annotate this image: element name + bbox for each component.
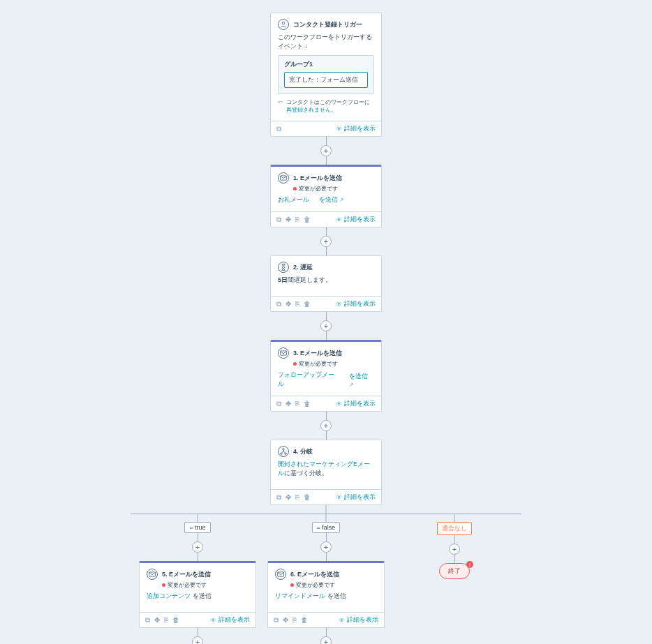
move-icon[interactable]: ✥ (283, 617, 288, 624)
delete-icon[interactable]: 🗑 (172, 617, 179, 624)
step-4-details[interactable]: 詳細を表示 (336, 493, 376, 502)
trigger-details-link[interactable]: 詳細を表示 (336, 124, 376, 133)
copy-icon[interactable]: ⧉ (274, 617, 279, 624)
svg-point-5 (285, 453, 287, 455)
add-step-button[interactable]: + (449, 544, 460, 555)
step-3-warn: 変更が必要です (293, 360, 374, 368)
clipboard-icon[interactable]: ⎘ (295, 400, 299, 407)
step-4-body: 開封されたマーケティングEメールに基づく分岐。 (278, 460, 374, 478)
group-criteria[interactable]: 完了した：フォーム送信 (284, 72, 368, 88)
svg-point-4 (281, 453, 283, 455)
move-icon[interactable]: ✥ (286, 400, 291, 407)
step-6-email-link[interactable]: リマインドメール (275, 592, 325, 599)
copy-icon[interactable]: ⧉ (276, 494, 281, 501)
clipboard-icon[interactable]: ⎘ (295, 301, 299, 308)
delete-icon[interactable]: 🗑 (304, 494, 311, 501)
reenroll-link[interactable]: 再登録されません (286, 107, 331, 113)
step-4-title: 4. 分岐 (293, 447, 313, 456)
add-step-button[interactable]: + (320, 420, 332, 431)
svg-rect-7 (278, 572, 284, 576)
step-6-warn: 変更が必要です (290, 581, 377, 589)
step-1-details[interactable]: 詳細を表示 (336, 215, 376, 224)
clipboard-icon[interactable]: ⎘ (292, 617, 297, 624)
warning-badge: ! (466, 561, 473, 568)
step-2-body: 5日間遅延します。 (278, 276, 374, 285)
branch-nomatch: 適合なし + 終了 ! (394, 522, 514, 644)
svg-point-0 (282, 22, 285, 24)
copy-icon[interactable]: ⧉ (276, 216, 281, 223)
copy-icon[interactable]: ⧉ (276, 301, 281, 308)
email-icon (275, 569, 286, 580)
delete-icon[interactable]: 🗑 (304, 301, 311, 308)
step-6-card[interactable]: 6. Eメールを送信 変更が必要です リマインドメール を送信 ⧉ ✥ ⎘ 🗑 … (267, 561, 385, 628)
trigger-title: コンタクト登録トリガー (293, 20, 362, 29)
branch-false-tag[interactable]: = false (312, 522, 341, 533)
step-4-card[interactable]: 4. 分岐 開封されたマーケティングEメールに基づく分岐。 ⧉ ✥ ⎘ 🗑 詳細… (270, 440, 382, 505)
add-step-button[interactable]: + (320, 636, 332, 644)
step-5-card[interactable]: 5. Eメールを送信 変更が必要です 追加コンテンツ を送信 ⧉ ✥ ⎘ 🗑 詳… (139, 561, 256, 628)
step-2-title: 2. 遅延 (293, 263, 313, 272)
step-5-email-link[interactable]: 追加コンテンツ (147, 592, 191, 599)
add-step-button[interactable]: + (192, 636, 203, 644)
step-2-card[interactable]: 2. 遅延 5日間遅延します。 ⧉ ✥ ⎘ 🗑 詳細を表示 (270, 255, 382, 312)
svg-rect-2 (281, 351, 287, 355)
delay-icon (278, 262, 289, 273)
branch-true-tag[interactable]: = true (184, 522, 210, 533)
branch-nomatch-tag[interactable]: 適合なし (437, 522, 472, 535)
step-1-send-link[interactable]: を送信 (319, 195, 344, 204)
delete-icon[interactable]: 🗑 (301, 617, 308, 624)
reenroll-note: ⤺ コンタクトはこのワークフローに再登録されません。 (278, 98, 374, 114)
copy-icon[interactable]: ⧉ (145, 617, 150, 624)
branch-icon (278, 446, 289, 457)
clipboard-icon[interactable]: ⎘ (164, 617, 168, 624)
add-step-button[interactable]: + (320, 236, 332, 247)
step-5-details[interactable]: 詳細を表示 (210, 615, 250, 624)
trigger-card[interactable]: コンタクト登録トリガー このワークフローをトリガーするイベント： グループ1 完… (270, 13, 382, 137)
add-step-button[interactable]: + (320, 320, 332, 331)
branch-true: = true + 5. Eメールを送信 変更が必要です 追加コンテンツ を送信 (138, 522, 258, 644)
trigger-prompt: このワークフローをトリガーするイベント： (278, 33, 374, 51)
step-5-title: 5. Eメールを送信 (162, 570, 211, 579)
email-icon (278, 347, 289, 359)
step-6-details[interactable]: 詳細を表示 (339, 615, 378, 624)
delete-icon[interactable]: 🗑 (304, 216, 311, 223)
move-icon[interactable]: ✥ (286, 216, 291, 223)
delete-icon[interactable]: 🗑 (304, 400, 311, 407)
add-step-button[interactable]: + (320, 145, 332, 156)
branches-container: = true + 5. Eメールを送信 変更が必要です 追加コンテンツ を送信 (75, 505, 577, 644)
end-nomatch[interactable]: 終了 ! (439, 563, 470, 579)
step-1-email-link[interactable]: お礼メール (278, 195, 309, 204)
contact-icon (278, 19, 289, 30)
svg-rect-1 (281, 176, 287, 180)
add-step-button[interactable]: + (320, 541, 332, 553)
add-step-button[interactable]: + (192, 541, 203, 553)
branch-false: = false + 6. Eメールを送信 変更が必要です リマインドメール を送… (266, 522, 386, 644)
step-3-title: 3. Eメールを送信 (293, 349, 342, 358)
clipboard-icon[interactable]: ⎘ (295, 494, 299, 501)
copy-icon[interactable]: ⧉ (276, 125, 281, 133)
email-icon (147, 569, 158, 580)
step-3-send-link[interactable]: を送信 (349, 372, 374, 388)
step-3-details[interactable]: 詳細を表示 (336, 399, 376, 408)
lock-icon: ⤺ (278, 98, 283, 105)
email-icon (278, 172, 289, 184)
step-1-title: 1. Eメールを送信 (293, 174, 342, 183)
move-icon[interactable]: ✥ (154, 617, 160, 624)
move-icon[interactable]: ✥ (286, 301, 291, 308)
step-3-card[interactable]: 3. Eメールを送信 変更が必要です フォローアップメール を送信 ⧉ ✥ ⎘ … (270, 340, 382, 412)
step-6-title: 6. Eメールを送信 (290, 570, 339, 579)
trigger-group: グループ1 完了した：フォーム送信 (278, 55, 374, 94)
clipboard-icon[interactable]: ⎘ (295, 216, 299, 223)
step-2-details[interactable]: 詳細を表示 (336, 299, 376, 308)
copy-icon[interactable]: ⧉ (276, 400, 281, 407)
step-3-email-link[interactable]: フォローアップメール (278, 370, 339, 389)
step-5-warn: 変更が必要です (162, 581, 249, 589)
step-1-warn: 変更が必要です (293, 185, 374, 193)
svg-point-3 (283, 449, 285, 451)
step-1-card[interactable]: 1. Eメールを送信 変更が必要です お礼メール を送信 ⧉ ✥ ⎘ 🗑 詳細を… (270, 165, 382, 227)
svg-rect-6 (149, 572, 156, 576)
group-title: グループ1 (284, 60, 368, 69)
move-icon[interactable]: ✥ (286, 494, 291, 501)
